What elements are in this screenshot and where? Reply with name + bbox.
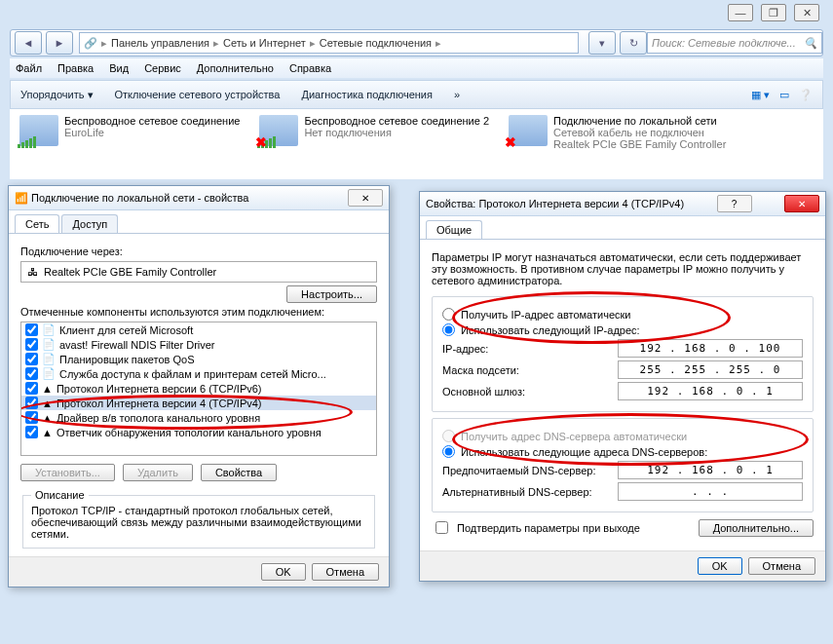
radio-auto-dns: [442, 430, 455, 442]
tab-general[interactable]: Общие: [426, 220, 482, 239]
chk-1[interactable]: [25, 338, 38, 351]
connection-wireless-1[interactable]: Беспроводное сетевое соединениеEuroLife: [19, 115, 240, 173]
dialog-title-bar[interactable]: Свойства: Протокол Интернета версии 4 (T…: [420, 192, 825, 216]
radio-manual-ip[interactable]: [442, 323, 455, 336]
description-box: Описание Протокол TCP/IP - стандартный п…: [22, 489, 375, 549]
components-label: Отмеченные компоненты используются этим …: [20, 306, 377, 318]
tab-network[interactable]: Сеть: [15, 214, 59, 233]
chk-3[interactable]: [25, 367, 38, 380]
connections-list: Беспроводное сетевое соединениеEuroLife …: [10, 109, 823, 179]
gateway-input[interactable]: 192 . 168 . 0 . 1: [618, 382, 803, 400]
breadcrumb-a[interactable]: Сеть и Интернет: [223, 37, 306, 49]
chk-6[interactable]: [25, 411, 38, 424]
search-input[interactable]: Поиск: Сетевые подключе... 🔍: [647, 32, 822, 54]
intro-text: Параметры IP могут назначаться автоматич…: [432, 251, 814, 286]
dialog-close-button[interactable]: ✕: [784, 195, 819, 212]
toolbar-organize[interactable]: Упорядочить ▾: [20, 89, 94, 101]
breadcrumb-root[interactable]: Панель управления: [111, 37, 209, 49]
menu-file[interactable]: Файл: [16, 62, 42, 74]
dns2-input[interactable]: . . .: [618, 482, 803, 501]
nav-icon: 🔗: [84, 37, 97, 50]
adapter-field: 🖧 Realtek PCIe GBE Family Controller: [20, 261, 377, 283]
dialog-close-button[interactable]: ✕: [348, 189, 383, 207]
preview-icon[interactable]: ▭: [779, 89, 789, 101]
refresh-button[interactable]: ↻: [620, 31, 647, 55]
configure-button[interactable]: Настроить...: [286, 285, 377, 303]
toolbar: Упорядочить ▾ Отключение сетевого устрой…: [10, 80, 823, 109]
view-icon[interactable]: ▦ ▾: [751, 89, 770, 101]
cancel-button[interactable]: Отмена: [312, 563, 379, 581]
chk-7[interactable]: [25, 426, 38, 438]
cancel-button[interactable]: Отмена: [748, 557, 815, 575]
ipv4-properties-dialog: Свойства: Протокол Интернета версии 4 (T…: [419, 191, 826, 582]
dropdown-button[interactable]: ▾: [588, 31, 616, 55]
menu-help[interactable]: Справка: [289, 62, 331, 74]
connection-wireless-2[interactable]: ✖ Беспроводное сетевое соединение 2Нет п…: [259, 115, 489, 173]
menu-view[interactable]: Вид: [109, 62, 129, 74]
dns1-input[interactable]: 192 . 168 . 0 . 1: [618, 461, 803, 479]
install-button[interactable]: Установить...: [20, 464, 115, 481]
minimize-button[interactable]: —: [728, 4, 753, 21]
chk-5[interactable]: [25, 397, 38, 409]
dns-group: Получить адрес DNS-сервера автоматически…: [432, 418, 814, 512]
toolbar-more[interactable]: »: [454, 89, 460, 100]
radio-manual-dns[interactable]: [442, 445, 455, 458]
connection-lan[interactable]: ✖ Подключение по локальной сетиСетевой к…: [509, 115, 726, 173]
connect-via-label: Подключение через:: [20, 246, 377, 257]
back-button[interactable]: ◄: [15, 31, 42, 55]
menu-advanced[interactable]: Дополнительно: [197, 62, 274, 74]
components-list[interactable]: 📄Клиент для сетей Microsoft 📄avast! Fire…: [20, 322, 377, 456]
chk-2[interactable]: [25, 353, 38, 365]
lan-properties-dialog: 📶 Подключение по локальной сети - свойст…: [8, 185, 390, 587]
tab-sharing[interactable]: Доступ: [61, 214, 118, 233]
confirm-checkbox[interactable]: [435, 521, 448, 534]
ok-button[interactable]: OK: [261, 563, 306, 581]
remove-button[interactable]: Удалить: [123, 464, 193, 481]
breadcrumb-b[interactable]: Сетевые подключения: [320, 37, 432, 49]
menu-bar: Файл Правка Вид Сервис Дополнительно Спр…: [10, 58, 823, 78]
help-button[interactable]: ?: [717, 195, 752, 212]
toolbar-diagnose[interactable]: Диагностика подключения: [301, 89, 432, 100]
ok-button[interactable]: OK: [698, 557, 742, 575]
properties-button[interactable]: Свойства: [201, 464, 277, 481]
menu-edit[interactable]: Правка: [57, 62, 94, 74]
chk-0[interactable]: [25, 323, 38, 336]
toolbar-disable[interactable]: Отключение сетевого устройства: [115, 89, 281, 100]
radio-auto-ip[interactable]: [442, 308, 455, 321]
maximize-button[interactable]: ❐: [761, 4, 786, 21]
search-icon: 🔍: [804, 37, 817, 50]
item-ipv4[interactable]: ▲Протокол Интернета версии 4 (TCP/IPv4): [21, 396, 376, 410]
nic-icon: 🖧: [27, 266, 38, 278]
ip-group: Получить IP-адрес автоматически Использо…: [432, 296, 814, 412]
breadcrumb[interactable]: 🔗 ▸ Панель управления ▸ Сеть и Интернет …: [79, 32, 579, 54]
nic-icon: 📶: [15, 192, 28, 205]
menu-tools[interactable]: Сервис: [144, 62, 181, 74]
chk-4[interactable]: [25, 382, 38, 395]
subnet-mask-input[interactable]: 255 . 255 . 255 . 0: [618, 360, 803, 379]
window-controls: — ❐ ✕: [728, 4, 819, 21]
advanced-button[interactable]: Дополнительно...: [699, 519, 814, 537]
forward-button[interactable]: ►: [46, 31, 73, 55]
close-button[interactable]: ✕: [794, 4, 819, 21]
dialog-title-bar[interactable]: 📶 Подключение по локальной сети - свойст…: [9, 186, 389, 210]
address-bar: ◄ ► 🔗 ▸ Панель управления ▸ Сеть и Интер…: [10, 29, 823, 57]
help-icon[interactable]: ❔: [799, 89, 813, 101]
ip-address-input[interactable]: 192 . 168 . 0 . 100: [618, 339, 803, 358]
